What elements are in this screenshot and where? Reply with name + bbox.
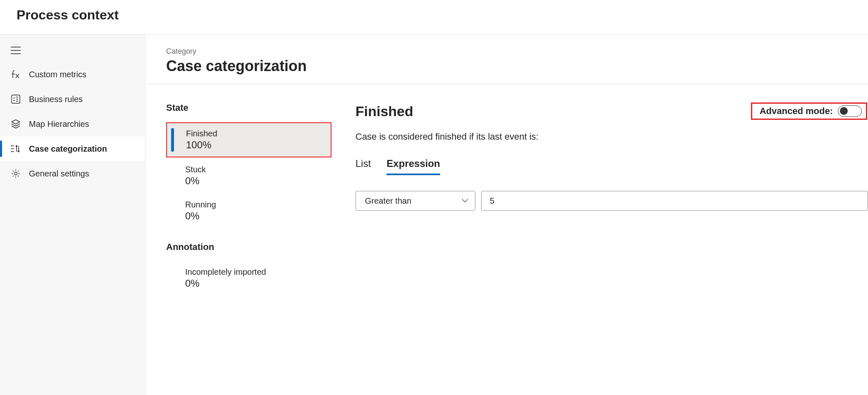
expression-controls: Greater than: [355, 191, 868, 211]
toggle-knob: [840, 107, 848, 115]
value-input[interactable]: [481, 191, 868, 211]
annotation-percent: 0%: [185, 278, 323, 289]
category-label: Category: [166, 47, 868, 56]
state-name: Running: [185, 200, 323, 209]
page-title: Process context: [17, 7, 851, 23]
sidebar-item-label: General settings: [29, 169, 89, 178]
advanced-mode-toggle[interactable]: [838, 105, 862, 117]
sidebar-item-business-rules[interactable]: Business rules: [0, 87, 145, 112]
annotation-heading: Annotation: [166, 242, 331, 252]
state-percent: 0%: [185, 175, 323, 187]
detail-column: Finished Advanced mode: Case is consider…: [331, 102, 868, 297]
sidebar-item-label: Case categorization: [29, 144, 107, 154]
state-item-stuck[interactable]: Stuck 0%: [166, 159, 331, 193]
categorization-icon: [10, 144, 21, 153]
state-percent: 0%: [185, 210, 323, 222]
fx-icon: [10, 70, 21, 79]
chevron-down-icon: [462, 199, 468, 203]
sidebar-item-general-settings[interactable]: General settings: [0, 161, 145, 186]
operator-value: Greater than: [365, 196, 411, 206]
sidebar-item-map-hierarchies[interactable]: Map Hierarchies: [0, 112, 145, 136]
content-row: State Finished 100% Stuck 0% Running 0% …: [166, 84, 868, 297]
advanced-mode-control: Advanced mode:: [751, 102, 867, 120]
sidebar-item-custom-metrics[interactable]: Custom metrics: [0, 62, 145, 87]
page-header: Process context: [0, 0, 868, 34]
sidebar-toggle[interactable]: [0, 39, 145, 62]
rules-icon: [10, 95, 21, 104]
detail-title: Finished: [355, 103, 413, 119]
annotation-name: Incompletely imported: [185, 267, 323, 277]
layers-icon: [10, 119, 21, 128]
state-item-finished[interactable]: Finished 100%: [166, 122, 331, 157]
state-column: State Finished 100% Stuck 0% Running 0% …: [166, 102, 331, 297]
state-name: Stuck: [185, 165, 323, 174]
state-name: Finished: [186, 129, 322, 138]
state-heading: State: [166, 102, 331, 113]
sidebar-item-label: Business rules: [29, 95, 83, 104]
state-item-running[interactable]: Running 0%: [166, 194, 331, 228]
category-title: Case categorization: [166, 57, 868, 75]
tabs: List Expression: [355, 158, 868, 175]
detail-header: Finished Advanced mode:: [355, 102, 868, 120]
tab-expression[interactable]: Expression: [386, 158, 440, 175]
page-body: Custom metrics Business rules Map Hierar…: [0, 34, 868, 395]
tab-list[interactable]: List: [355, 158, 371, 175]
hamburger-icon: [10, 47, 21, 54]
annotation-item-incompletely-imported[interactable]: Incompletely imported 0%: [166, 262, 331, 295]
sidebar-item-case-categorization[interactable]: Case categorization: [0, 136, 145, 161]
gear-icon: [10, 169, 21, 178]
svg-rect-3: [12, 95, 20, 103]
svg-point-7: [14, 172, 17, 175]
state-percent: 100%: [186, 139, 322, 151]
detail-description: Case is considered finished if its last …: [355, 131, 868, 142]
advanced-mode-label: Advanced mode:: [760, 106, 833, 117]
sidebar-item-label: Custom metrics: [29, 70, 86, 79]
operator-select[interactable]: Greater than: [355, 191, 475, 211]
sidebar: Custom metrics Business rules Map Hierar…: [0, 35, 145, 395]
sidebar-item-label: Map Hierarchies: [29, 119, 89, 129]
main-content: Category Case categorization State Finis…: [145, 35, 868, 395]
